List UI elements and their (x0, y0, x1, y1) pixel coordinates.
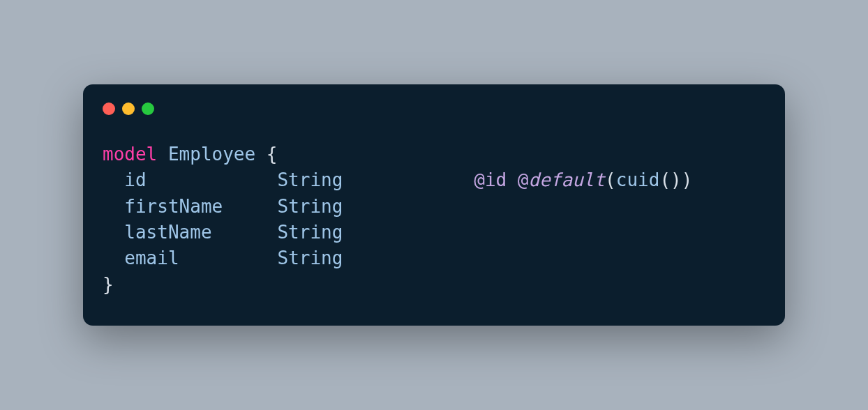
indent (103, 169, 124, 190)
paren-open2: ( (659, 169, 671, 190)
pad (212, 222, 278, 243)
field-name: id (124, 169, 146, 190)
pad (223, 196, 277, 217)
pad (147, 169, 278, 190)
field-type: String (277, 169, 343, 190)
attr-default: default (529, 169, 606, 190)
brace-open: { (267, 144, 278, 165)
attr-at: @ (518, 169, 529, 190)
code-window: model Employee { id String @id @default(… (83, 84, 785, 326)
attr-id: @id (474, 169, 507, 190)
field-type: String (277, 248, 343, 268)
model-name: Employee (168, 144, 255, 165)
close-icon[interactable] (103, 102, 115, 115)
field-name: lastName (124, 222, 211, 243)
brace-close: } (103, 274, 114, 295)
field-name: email (124, 248, 179, 268)
maximize-icon[interactable] (142, 102, 154, 115)
code-block: model Employee { id String @id @default(… (103, 142, 765, 298)
indent (103, 222, 124, 243)
paren-open: ( (605, 169, 616, 190)
paren-close2: ) (671, 169, 682, 190)
field-type: String (277, 222, 343, 243)
paren-close: ) (682, 169, 693, 190)
keyword-model: model (103, 144, 157, 165)
indent (103, 248, 124, 268)
func-cuid: cuid (616, 169, 660, 190)
pad2 (343, 169, 474, 190)
field-type: String (277, 196, 343, 217)
minimize-icon[interactable] (122, 102, 135, 115)
indent (103, 196, 124, 217)
pad (179, 248, 278, 268)
field-name: firstName (124, 196, 223, 217)
window-traffic-lights (103, 102, 765, 115)
